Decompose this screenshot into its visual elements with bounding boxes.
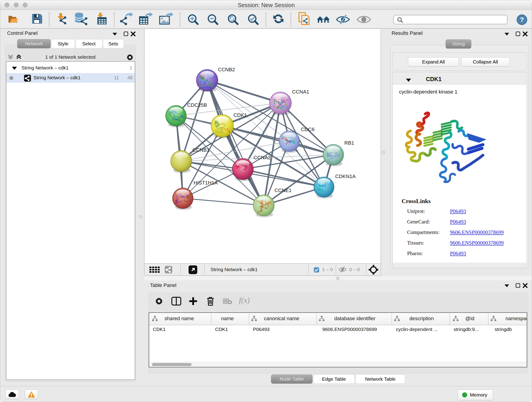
svg-text:CCNB1: CCNB1 bbox=[192, 147, 210, 153]
svg-text:CDKN1A: CDKN1A bbox=[335, 173, 356, 179]
svg-text:CCNE1: CCNE1 bbox=[274, 187, 292, 193]
svg-text:CCNB2: CCNB2 bbox=[218, 67, 235, 72]
svg-text:HIST1H1A: HIST1H1A bbox=[194, 180, 218, 186]
svg-text:RB1: RB1 bbox=[344, 140, 354, 146]
svg-text:?: ? bbox=[520, 16, 524, 23]
svg-text:CDC6: CDC6 bbox=[301, 127, 315, 132]
svg-text:CCNA1: CCNA1 bbox=[292, 89, 309, 95]
svg-text:CDC25B: CDC25B bbox=[187, 102, 207, 108]
svg-text:CDK1: CDK1 bbox=[234, 112, 247, 118]
svg-text:CCNA2: CCNA2 bbox=[254, 155, 271, 160]
